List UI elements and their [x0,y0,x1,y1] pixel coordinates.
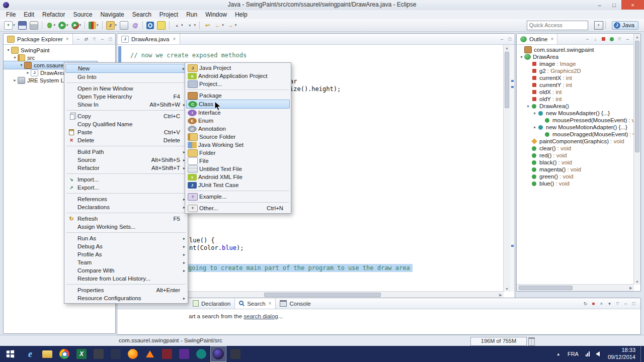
overview-mark[interactable] [511,86,514,88]
maximize-editor-icon[interactable] [506,36,514,43]
menubar-item-run[interactable]: Run [182,11,201,19]
dark-app-taskbar-button[interactable] [91,346,107,362]
run-garbage-collector-icon[interactable] [528,337,535,346]
expand-arrow-icon[interactable]: ▸ [12,78,18,82]
menu-item-example[interactable]: Example... [186,193,290,201]
menu-item-import[interactable]: Import... [65,175,187,184]
menu-item-interface[interactable]: Interface [186,109,290,117]
menu-item-open-type-hierarchy[interactable]: Open Type HierarchyF4 [65,93,187,101]
sort-icon[interactable] [592,36,599,43]
outline-item-mousepressed-mouseevent[interactable]: mousePressed(MouseEvent): void [517,117,640,124]
cancel-search-icon[interactable] [590,300,597,307]
scrollbar-thumb[interactable] [635,41,639,152]
menu-item-resource-configurations[interactable]: Resource Configurations▸ [65,294,187,302]
dark-app2-taskbar-button[interactable] [108,346,124,362]
eclipse-taskbar-button[interactable] [210,346,226,362]
expand-arrow-icon[interactable]: ▾ [6,48,11,52]
print-button[interactable] [29,20,39,30]
outline-item-new-mousemotionadapter[interactable]: ▾new MouseMotionAdapter() {...} [517,124,630,131]
menu-item-restore-from-local-history[interactable]: Restore from Local History... [65,275,187,283]
forward-button[interactable]: ▾ [226,20,238,30]
menu-item-declarations[interactable]: Declarations▸ [65,203,187,211]
save-button[interactable] [17,20,28,30]
vlc-taskbar-button[interactable] [142,346,158,362]
dark-app3-taskbar-button[interactable] [227,346,244,362]
outline-item-oldx[interactable]: oldX: int [517,88,565,96]
menu-item-copy-qualified-name[interactable]: Copy Qualified Name [65,120,187,128]
menu-item-show-in[interactable]: Show InAlt+Shift+W▸ [65,101,187,109]
view-menu-icon[interactable] [616,36,623,43]
pkg-item-swingpaint[interactable]: ▾SwingPaint [4,46,53,54]
language-indicator[interactable]: FRA [568,351,579,357]
menu-item-package[interactable]: Package [186,92,290,100]
maximize-view-icon[interactable] [107,36,114,43]
expand-arrow-icon[interactable]: ▾ [19,63,24,67]
show-desktop-button[interactable] [640,346,644,362]
menu-item-junit-test-case[interactable]: JUnit Test Case [186,181,290,189]
overview-mark[interactable] [511,80,514,82]
menubar-item-edit[interactable]: Edit [20,11,38,19]
java-perspective-button[interactable]: J Java [612,21,638,30]
link-with-editor-icon[interactable] [83,36,90,43]
overview-mark[interactable] [511,245,514,247]
scroll-up-icon[interactable]: ▲ [504,45,510,51]
outline-item-black[interactable]: black(): void [517,159,575,166]
debug-button[interactable]: ▾ [45,20,57,30]
outline-tab[interactable]: Outline × [517,34,557,44]
remove-match-icon[interactable] [598,300,605,307]
scrollbar-thumb[interactable] [519,286,573,290]
tab-declaration[interactable]: Declaration [189,298,234,309]
volume-icon[interactable] [596,351,600,356]
start-button[interactable] [0,346,20,362]
prev-annotation-button[interactable]: ▾ [172,20,184,30]
menubar-item-navigate[interactable]: Navigate [96,11,128,19]
search-history-icon[interactable] [606,300,613,307]
menubar-item-window[interactable]: Window [201,11,231,19]
menu-item-references[interactable]: References▸ [65,195,187,203]
menu-item-export[interactable]: Export... [65,184,187,192]
firefox-taskbar-button[interactable] [125,346,141,362]
menubar-item-help[interactable]: Help [231,11,252,19]
menu-item-android-xml-file[interactable]: Android XML File [186,173,290,181]
view-menu-icon[interactable] [614,300,621,307]
close-view-icon[interactable]: × [66,36,69,42]
hide-non-public-icon[interactable] [608,36,615,43]
menu-item-run-as[interactable]: Run As▸ [65,234,187,242]
minimize-view-icon[interactable] [624,36,631,43]
scroll-up-icon[interactable]: ▲ [634,34,640,40]
menubar-item-file[interactable]: File [2,11,20,19]
outline-item-image[interactable]: image: Image [517,60,579,67]
close-view-icon[interactable]: × [550,36,553,42]
coverage-button[interactable]: ▾ [88,20,100,30]
menu-item-source-folder[interactable]: Source Folder [186,133,290,141]
scrollbar-thumb[interactable] [264,293,381,297]
menubar-item-search[interactable]: Search [128,11,155,19]
open-perspective-icon[interactable] [594,21,603,30]
mark-occurrences-button[interactable] [156,20,167,30]
close-tab-icon[interactable]: × [269,301,272,306]
outline-item-com-ssaurel-swingpaint[interactable]: com.ssaurel.swingpaint [517,46,597,53]
menubar-item-project[interactable]: Project [155,11,182,19]
outline-item-currentx[interactable]: currentX: int [517,74,575,81]
menu-item-annotation[interactable]: Annotation [186,125,290,133]
scroll-right-icon[interactable]: ▶ [628,285,634,291]
network-icon[interactable] [586,351,590,356]
hide-fields-icon[interactable] [600,36,607,43]
expand-arrow-icon[interactable]: ▾ [12,55,18,60]
minimize-window-button[interactable] [592,0,607,10]
chrome-taskbar-button[interactable] [56,346,72,362]
menu-item-enum[interactable]: Enum [186,117,290,125]
view-menu-icon[interactable] [91,36,98,43]
outline-item-g2[interactable]: g2: Graphics2D [517,67,584,74]
internet-explorer-taskbar-button[interactable] [22,346,38,362]
taskbar-clock[interactable]: 18:33 09/12/2014 [608,347,635,361]
package-explorer-tab[interactable]: Package Explorer × [4,34,73,44]
menu-item-java-working-set[interactable]: Java Working Set [186,141,290,149]
search-toolbar-button[interactable] [145,20,155,30]
menu-item-build-path[interactable]: Build Path▸ [65,148,187,156]
search-dialog-link[interactable]: search dialog [244,313,278,319]
minimize-editor-icon[interactable] [498,36,506,43]
menu-item-open-in-new-window[interactable]: Open in New Window [65,84,187,93]
outline-item-paintcomponent-graphics[interactable]: paintComponent(Graphics): void [517,138,627,145]
menu-item-debug-as[interactable]: Debug As▸ [65,242,187,250]
